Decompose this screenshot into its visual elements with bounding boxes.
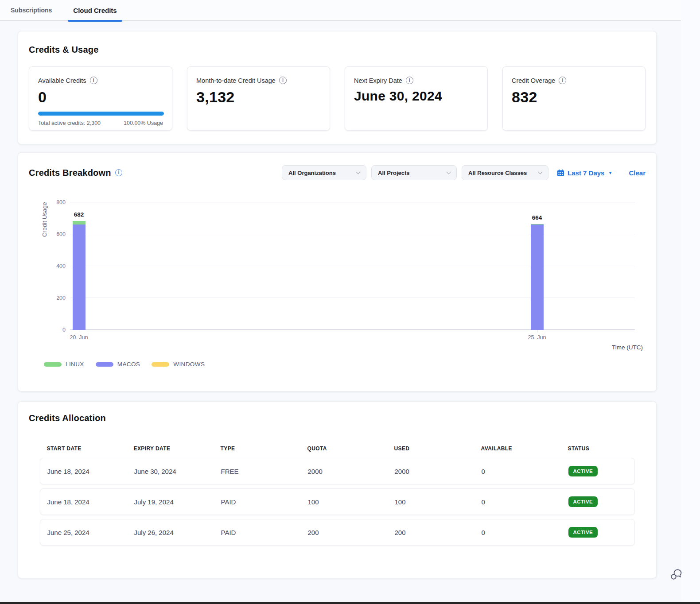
chevron-down-icon — [538, 170, 543, 174]
x-tick-label: 20. Jun — [63, 334, 94, 341]
active-tab-underline — [68, 20, 122, 22]
status-badge: ACTIVE — [568, 466, 598, 476]
macos-swatch — [96, 362, 113, 367]
bar-segment-macos — [531, 225, 544, 330]
metric-cards-row: Available Credits i 0 Total active credi… — [29, 66, 646, 131]
mtd-usage-card: Month-to-date Credit Usage i 3,132 — [187, 66, 330, 131]
col-expiry-date: EXPIRY DATE — [127, 445, 214, 452]
tab-cloud-credits[interactable]: Cloud Credits — [62, 0, 127, 21]
cell-start-date: June 18, 2024 — [40, 468, 127, 475]
col-type: TYPE — [214, 445, 300, 452]
available-credits-card: Available Credits i 0 Total active credi… — [29, 66, 172, 131]
cell-type: FREE — [214, 468, 301, 475]
bar-value-label: 682 — [66, 211, 92, 218]
legend-item-macos[interactable]: MACOS — [96, 361, 140, 368]
status-badge: ACTIVE — [568, 496, 598, 507]
linux-swatch — [44, 362, 62, 367]
credits-breakdown-title: Credits Breakdown — [29, 168, 111, 178]
credits-usage-section: Credits & Usage Available Credits i 0 To… — [18, 31, 657, 144]
cell-available: 0 — [474, 529, 561, 536]
legend-label-linux: LINUX — [66, 361, 84, 368]
chart-bar-25-jun — [531, 224, 544, 330]
gridline-0 — [70, 329, 635, 330]
legend-item-windows[interactable]: WINDOWS — [152, 361, 205, 368]
cell-type: PAID — [214, 498, 301, 506]
next-expiry-label: Next Expiry Date — [354, 77, 402, 84]
info-icon[interactable]: i — [406, 77, 413, 84]
info-icon[interactable]: i — [90, 77, 97, 84]
legend-label-macos: MACOS — [117, 361, 140, 368]
resource-classes-select-value: All Resource Classes — [468, 170, 527, 176]
mtd-usage-value: 3,132 — [196, 89, 321, 106]
y-tick-label: 0 — [46, 327, 66, 333]
x-tick-mark — [79, 330, 79, 333]
credit-overage-value: 832 — [512, 89, 636, 106]
col-quota: QUOTA — [300, 445, 387, 452]
status-badge: ACTIVE — [568, 527, 598, 538]
cell-expiry-date: July 19, 2024 — [127, 498, 214, 506]
cell-quota: 2000 — [301, 468, 388, 475]
clear-filters-button[interactable]: Clear — [629, 169, 646, 177]
gridline-600 — [70, 234, 635, 234]
credits-usage-title: Credits & Usage — [29, 45, 646, 55]
table-row: June 18, 2024 June 30, 2024 FREE 2000 20… — [40, 458, 635, 484]
col-available: AVAILABLE — [474, 445, 561, 452]
col-start-date: START DATE — [40, 445, 127, 452]
col-status: STATUS — [561, 445, 635, 452]
credits-allocation-table: START DATE EXPIRY DATE TYPE QUOTA USED A… — [40, 445, 635, 546]
cell-used: 2000 — [388, 468, 474, 475]
right-gutter — [681, 0, 700, 604]
cell-start-date: June 18, 2024 — [40, 498, 127, 506]
y-tick-label: 800 — [46, 199, 66, 205]
cell-quota: 100 — [301, 498, 388, 506]
tab-subscriptions-label: Subscriptions — [11, 7, 52, 14]
chat-bubble-icon — [671, 570, 681, 579]
next-expiry-card: Next Expiry Date i June 30, 2024 — [345, 66, 488, 131]
x-tick-mark — [537, 330, 537, 333]
projects-select[interactable]: All Projects — [371, 165, 457, 180]
credit-usage-chart: Credit Usage 020040060080068220. Jun6642… — [70, 202, 635, 330]
organizations-select[interactable]: All Organizations — [282, 165, 366, 180]
cell-expiry-date: July 26, 2024 — [127, 529, 214, 536]
tab-cloud-credits-label: Cloud Credits — [73, 7, 117, 14]
date-range-value: Last 7 Days — [568, 169, 604, 177]
table-row: June 25, 2024 July 26, 2024 PAID 200 200… — [40, 519, 635, 546]
projects-select-value: All Projects — [378, 170, 410, 176]
y-tick-label: 200 — [46, 295, 66, 301]
tab-subscriptions[interactable]: Subscriptions — [0, 0, 62, 21]
bar-segment-linux — [73, 221, 86, 225]
gridline-400 — [70, 266, 635, 266]
gridline-200 — [70, 298, 635, 298]
date-range-picker[interactable]: Last 7 Days ▾ — [557, 169, 611, 177]
info-icon[interactable]: i — [559, 77, 566, 84]
tab-bar: Subscriptions Cloud Credits — [0, 0, 681, 21]
y-tick-label: 400 — [46, 263, 66, 269]
window-bottom-edge — [0, 602, 700, 604]
credit-usage-progress-fill — [38, 112, 164, 116]
cell-start-date: June 25, 2024 — [40, 529, 127, 536]
bar-segment-macos — [73, 225, 86, 330]
calendar-icon — [557, 169, 564, 177]
cell-used: 100 — [388, 498, 474, 506]
mtd-usage-label: Month-to-date Credit Usage — [196, 77, 276, 84]
legend-item-linux[interactable]: LINUX — [44, 361, 84, 368]
credit-usage-progress-track — [38, 112, 164, 116]
cell-type: PAID — [214, 529, 301, 536]
bar-value-label: 664 — [524, 214, 550, 221]
windows-swatch — [152, 362, 169, 367]
credits-allocation-title: Credits Allocation — [29, 413, 646, 423]
cell-expiry-date: June 30, 2024 — [127, 468, 214, 475]
total-active-credits-text: Total active credits: 2,300 — [38, 120, 101, 126]
chevron-down-icon — [356, 170, 361, 174]
chart-legend: LINUX MACOS WINDOWS — [44, 361, 205, 368]
info-icon[interactable]: i — [279, 77, 287, 84]
caret-down-icon: ▾ — [609, 170, 611, 176]
organizations-select-value: All Organizations — [288, 170, 336, 176]
chat-support-button[interactable] — [669, 567, 684, 582]
table-row: June 18, 2024 July 19, 2024 PAID 100 100… — [40, 488, 635, 515]
table-header-row: START DATE EXPIRY DATE TYPE QUOTA USED A… — [40, 445, 635, 458]
resource-classes-select[interactable]: All Resource Classes — [462, 165, 548, 180]
info-icon[interactable]: i — [115, 169, 122, 176]
legend-label-windows: WINDOWS — [173, 361, 205, 368]
credit-overage-card: Credit Overage i 832 — [502, 66, 646, 131]
